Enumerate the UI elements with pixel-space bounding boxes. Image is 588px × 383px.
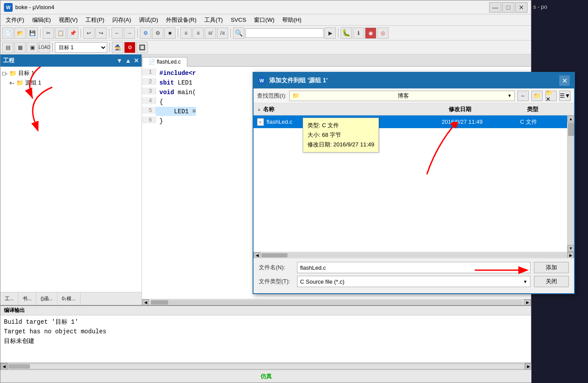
delete-folder-btn[interactable]: 📁✕ [545,91,557,101]
line-num-1: 1 [142,68,156,75]
indent-btn[interactable]: ≡ [180,27,192,39]
settings-btn[interactable]: ⚙ [124,42,135,53]
output-line-2: Target has no object modules [4,327,527,336]
tree-item-target1[interactable]: □- 📁 目标 1 [2,68,140,78]
location-combo[interactable]: 📁 博客 ▼ [289,91,515,101]
tab-project[interactable]: 工... [0,292,18,305]
paste-btn[interactable]: 📌 [67,27,78,39]
find-btn[interactable]: 🔍 [233,27,244,39]
file-list-header: ▲ 名称 修改日期 类型 [253,103,574,115]
chip-btn[interactable]: 🔲 [136,42,148,53]
tree-expand-icon2: +- [9,80,14,86]
menu-tools[interactable]: 工具(T) [201,15,226,25]
dialog-vscroll[interactable]: ▲ ▼ [567,115,574,252]
tree-item-sourcegroup1[interactable]: +- 📁 源组 1 [2,78,140,88]
line-num-2: 2 [142,78,156,85]
stop-btn[interactable]: ■ [164,27,176,39]
add-btn[interactable]: 添加 [534,262,569,273]
redo-btn[interactable]: ↪ [95,27,107,39]
build-all-btn[interactable]: ⚙ [152,27,163,39]
code-tab-flashled[interactable]: 📄 flashLed.c [142,57,187,67]
layer-btn3[interactable]: ▣ [27,42,38,53]
hscroll-right[interactable]: ▶ [567,252,574,258]
col-date[interactable]: 修改日期 [449,105,527,113]
project-panel-tabs: 工... 书... {}函... 0↓模... [0,292,142,305]
panel-pin-btn[interactable]: ▼ [116,57,122,64]
dialog-hscroll[interactable]: ◀ ▶ [253,252,574,258]
uncomment-btn[interactable]: /≡ [217,27,228,39]
menu-file[interactable]: 文件(F) [2,15,28,25]
page-scroll-left[interactable]: ◀ [0,363,7,370]
filename-input[interactable] [297,262,531,273]
back-btn[interactable]: ← [112,27,123,39]
location-label: 查找范围(I): [257,92,287,100]
file-list: c flashLed.c 2016/9/27 11:49 C 文件 [253,115,567,252]
file-list-with-scroll: c flashLed.c 2016/9/27 11:49 C 文件 ▲ ▼ [253,115,574,252]
comment-btn[interactable]: ≡/ [205,27,216,39]
scroll-right-btn[interactable]: ▶ [524,299,531,305]
copy-btn[interactable]: 📋 [55,27,66,39]
tab-books[interactable]: 书... [18,292,36,305]
save-btn[interactable]: 💾 [27,27,38,39]
outdent-btn[interactable]: ≡ [193,27,204,39]
tab-templates[interactable]: 0↓模... [57,292,81,305]
vscroll-down[interactable]: ▼ [568,245,574,252]
code-scrollbar-h[interactable]: ◀ ▶ [142,299,531,305]
tab-functions[interactable]: {}函... [36,292,57,305]
target-info-btn[interactable]: ℹ [353,27,364,39]
close-dialog-action-btn[interactable]: 关闭 [534,276,569,287]
menu-flash[interactable]: 闪存(A) [109,15,135,25]
menu-view[interactable]: 视图(V) [55,15,81,25]
find-next-btn[interactable]: ▶ [324,27,336,39]
toolbar-main: 📄 📂 💾 ✂ 📋 📌 ↩ ↪ ← → ⚙ ⚙ ■ ≡ ≡ ≡/ /≡ 🔍 ▶ … [0,26,531,41]
layer-btn2[interactable]: ▦ [14,42,26,53]
dialog-bottom: 文件名(N): 添加 文件类型(T): C Source file (*.c) … [253,258,574,293]
col-type[interactable]: 类型 [527,105,571,113]
output-panel: 编译输出 Build target '目标 1' Target has no o… [0,305,531,370]
stop2-btn[interactable]: ◎ [377,27,389,39]
view-btn[interactable]: ☰▼ [559,91,571,101]
debugger-btn[interactable]: 🐛 [341,27,352,39]
menu-bar: 文件(F) 编辑(E) 视图(V) 工程(P) 闪存(A) 调试(D) 外围设备… [0,14,531,26]
panel-close-btn[interactable]: ✕ [134,57,139,64]
sep7 [338,28,338,38]
dialog-close-btn[interactable]: ✕ [559,75,570,86]
col-name[interactable]: 名称 [263,105,449,113]
menu-debug[interactable]: 调试(D) [135,15,162,25]
scroll-left-btn[interactable]: ◀ [142,299,149,305]
menu-window[interactable]: 窗口(W) [250,15,278,25]
build-btn[interactable]: ⚙ [140,27,151,39]
file-list-area: ▲ 名称 修改日期 类型 c flashLed.c 2016/9/27 11:4… [253,103,574,258]
page-scroll-right[interactable]: ▶ [525,363,532,370]
cut-btn[interactable]: ✂ [43,27,54,39]
close-btn[interactable]: ✕ [515,2,527,13]
new-btn[interactable]: 📄 [2,27,14,39]
run-btn[interactable]: ◉ [365,27,376,39]
open-btn[interactable]: 📂 [14,27,26,39]
undo-btn[interactable]: ↩ [83,27,95,39]
menu-help[interactable]: 帮助(H) [279,15,305,25]
project-panel-title: 工程 [3,57,114,64]
file-row-flashled[interactable]: c flashLed.c 2016/9/27 11:49 C 文件 [253,115,567,129]
wizard-btn[interactable]: 🧙 [112,42,123,53]
fwd-btn[interactable]: → [124,27,135,39]
new-folder-btn[interactable]: 📁 [531,91,543,101]
page-scrollbar-h[interactable]: ◀ ▶ [0,363,532,369]
sep8 [52,43,53,52]
file-name-label: flashLed.c [267,119,292,125]
menu-peripheral[interactable]: 外围设备(R) [162,15,200,25]
panel-unpin-btn[interactable]: ▲ [125,57,131,64]
nav-back-btn[interactable]: ← [517,91,529,101]
menu-project[interactable]: 工程(P) [82,15,108,25]
minimize-btn[interactable]: — [489,2,501,13]
search-input[interactable] [245,28,324,38]
layer-btn1[interactable]: ▤ [2,42,14,53]
filetype-combo[interactable]: C Source file (*.c) ▼ [297,276,531,287]
load-btn[interactable]: LOAD [39,42,50,53]
target-select[interactable]: 目标 1 [55,42,107,53]
hscroll-left[interactable]: ◀ [253,252,260,258]
maximize-btn[interactable]: □ [502,2,514,13]
menu-svcs[interactable]: SVCS [227,16,250,24]
menu-edit[interactable]: 编辑(E) [29,15,54,25]
vscroll-up[interactable]: ▲ [568,115,574,122]
